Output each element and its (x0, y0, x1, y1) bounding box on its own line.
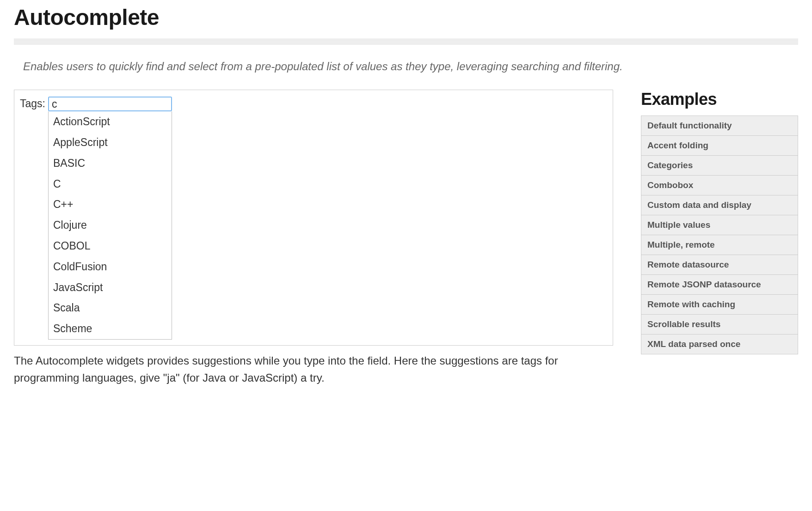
example-link-accent-folding[interactable]: Accent folding (641, 136, 798, 156)
examples-list: Default functionality Accent folding Cat… (641, 116, 798, 354)
autocomplete-item[interactable]: ActionScript (49, 111, 172, 132)
autocomplete-item[interactable]: COBOL (49, 236, 172, 256)
example-link-combobox[interactable]: Combobox (641, 176, 798, 195)
page-description: Enables users to quickly find and select… (23, 58, 789, 75)
autocomplete-item[interactable]: C++ (49, 194, 172, 215)
example-link-scrollable-results[interactable]: Scrollable results (641, 315, 798, 335)
example-link-categories[interactable]: Categories (641, 156, 798, 176)
autocomplete-item[interactable]: Clojure (49, 215, 172, 236)
autocomplete-item[interactable]: C (49, 174, 172, 195)
main-area: Tags: ActionScript AppleScript BASIC C C… (14, 90, 798, 386)
example-link-remote-datasource[interactable]: Remote datasource (641, 255, 798, 275)
tags-field-wrap: ActionScript AppleScript BASIC C C++ Clo… (48, 97, 172, 111)
autocomplete-item[interactable]: AppleScript (49, 132, 172, 153)
autocomplete-item[interactable]: Scala (49, 298, 172, 318)
example-link-default-functionality[interactable]: Default functionality (641, 116, 798, 136)
demo-box: Tags: ActionScript AppleScript BASIC C C… (14, 90, 613, 346)
autocomplete-item[interactable]: JavaScript (49, 277, 172, 298)
page-title: Autocomplete (14, 5, 798, 30)
example-link-custom-data-and-display[interactable]: Custom data and display (641, 195, 798, 215)
example-link-remote-with-caching[interactable]: Remote with caching (641, 295, 798, 315)
example-link-multiple-values[interactable]: Multiple values (641, 215, 798, 235)
examples-title: Examples (641, 90, 798, 109)
example-link-multiple-remote[interactable]: Multiple, remote (641, 235, 798, 255)
autocomplete-item[interactable]: Scheme (49, 318, 172, 339)
autocomplete-dropdown: ActionScript AppleScript BASIC C C++ Clo… (48, 111, 172, 340)
tags-field-row: Tags: ActionScript AppleScript BASIC C C… (20, 97, 607, 111)
example-link-xml-data-parsed-once[interactable]: XML data parsed once (641, 335, 798, 354)
tags-label: Tags: (20, 97, 45, 110)
autocomplete-item[interactable]: BASIC (49, 153, 172, 174)
examples-sidebar: Examples Default functionality Accent fo… (641, 90, 798, 386)
autocomplete-item[interactable]: ColdFusion (49, 256, 172, 277)
title-divider (14, 38, 798, 45)
example-link-remote-jsonp-datasource[interactable]: Remote JSONP datasource (641, 275, 798, 295)
demo-after-text: The Autocomplete widgets provides sugges… (14, 352, 613, 386)
demo-column: Tags: ActionScript AppleScript BASIC C C… (14, 90, 613, 386)
tags-input[interactable] (48, 97, 172, 111)
